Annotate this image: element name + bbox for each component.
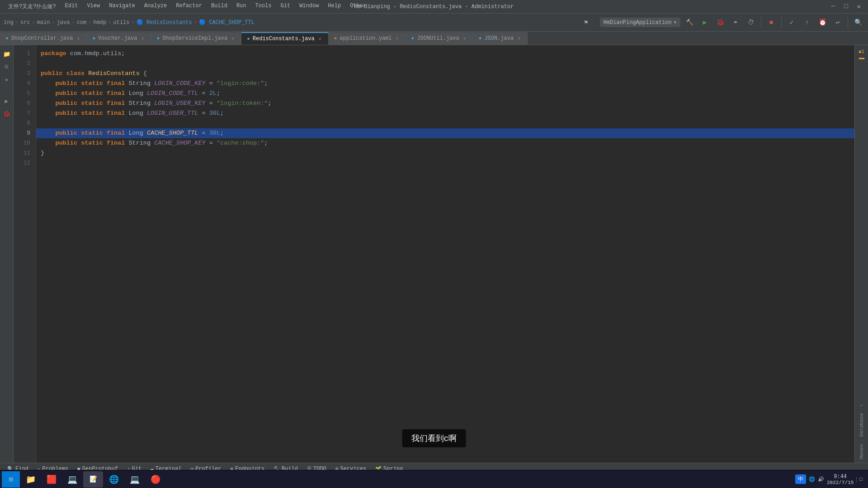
menu-build[interactable]: Build (208, 2, 231, 11)
tab-label: RedisConstants.java (253, 36, 315, 42)
title-bar-left: 文件?又走?什么做? Edit View Navigate Analyze Re… (5, 2, 370, 11)
tab-close-btn[interactable]: ✕ (317, 36, 323, 42)
tab-voucher[interactable]: ● Voucher.java ✕ (87, 32, 151, 45)
breadcrumb-field[interactable]: 🔵 CACHE_SHOP_TTL (199, 19, 255, 26)
show-desktop[interactable]: □ (856, 477, 863, 482)
build-btn[interactable]: 🔨 (683, 16, 696, 29)
taskbar-powerpoint[interactable]: 🟥 (42, 471, 61, 488)
taskbar-terminal2[interactable]: 💻 (125, 471, 145, 488)
tab-close-btn[interactable]: ✕ (516, 35, 522, 42)
menu-refactor[interactable]: Refactor (172, 2, 206, 11)
tab-applicationyaml[interactable]: ● application.yaml ✕ (329, 32, 406, 45)
menu-run[interactable]: Run (233, 2, 250, 11)
line-num-10: 10 (15, 138, 34, 148)
breadcrumb-item[interactable]: ing (4, 19, 14, 26)
editor-area[interactable]: 1 2 3 4 5 6 7 8 9 10 11 12 package com.h… (14, 45, 854, 463)
menu-git[interactable]: Git (277, 2, 294, 11)
window-controls: ─ □ ✕ (829, 2, 863, 11)
rollback-btn[interactable]: ↩ (831, 16, 844, 29)
tab-close-btn[interactable]: ✕ (395, 35, 400, 42)
close-button[interactable]: ✕ (854, 2, 863, 11)
tab-jsonutil[interactable]: ● JSONUtil.java ✕ (406, 32, 473, 45)
left-sidebar: 📁 ⊟ ★ ▶ 🐞 (0, 45, 14, 463)
minimize-button[interactable]: ─ (829, 2, 838, 11)
menu-view[interactable]: View (83, 2, 104, 11)
tab-json[interactable]: ● JSON.java ✕ (473, 32, 528, 45)
run-btn[interactable]: ▶ (698, 16, 711, 29)
profile-btn[interactable]: ⏱ (745, 16, 757, 29)
tab-redisconstants[interactable]: ● RedisConstants.java ✕ (241, 32, 328, 45)
tab-close-btn[interactable]: ✕ (230, 35, 236, 42)
tray-lang[interactable]: 中 (795, 474, 806, 484)
taskbar-idea[interactable]: 📝 (83, 471, 103, 488)
breadcrumb-main[interactable]: main (37, 19, 50, 26)
sidebar-project-icon[interactable]: 📁 (1, 49, 12, 60)
title-bar: 文件?又走?什么做? Edit View Navigate Analyze Re… (0, 0, 868, 14)
sidebar-run-icon[interactable]: ▶ (1, 96, 12, 107)
menu-navigate[interactable]: Navigate (105, 2, 139, 11)
tab-shopcontroller[interactable]: ● ShopController.java ✕ (0, 32, 87, 45)
line-num-2: 2 (15, 59, 34, 69)
tab-close-btn[interactable]: ✕ (75, 35, 81, 42)
tray-network[interactable]: 🌐 (809, 476, 815, 482)
git-update-btn[interactable]: ↑ (801, 16, 813, 29)
tab-close-btn[interactable]: ✕ (462, 35, 467, 42)
search-btn[interactable]: 🔍 (852, 16, 864, 29)
window-title: hm-dianping - RedisConstants.java - Admi… (354, 4, 514, 10)
caption-overlay: 我们看到c啊 (402, 429, 466, 447)
maven-label: Maven (858, 442, 865, 463)
menu-tools[interactable]: Tools (252, 2, 275, 11)
code-line-7: public static final Long LOGIN_USER_TTL … (36, 108, 854, 118)
code-line-10: public static final String CACHE_SHOP_KE… (36, 138, 854, 148)
code-line-11: } (36, 148, 854, 158)
tab-icon: ● (479, 36, 482, 41)
breadcrumb-hmdp[interactable]: hmdp (93, 19, 106, 26)
database-label: Database (858, 411, 865, 441)
taskbar-date: 2022/7/15 (827, 480, 854, 485)
code-line-9: public static final Long CACHE_SHOP_TTL … (36, 128, 854, 138)
taskbar-clock[interactable]: 9:44 2022/7/15 (827, 474, 854, 485)
breadcrumb-utils[interactable]: utils (113, 19, 129, 26)
toolbar: ing › src › main › java › com › hmdp › u… (0, 14, 868, 32)
tab-icon: ● (92, 36, 95, 41)
code-line-6: public static final String LOGIN_USER_KE… (36, 99, 854, 108)
stop-btn[interactable]: ■ (765, 16, 778, 29)
breadcrumb-java[interactable]: java (57, 19, 70, 26)
tab-icon: ● (247, 36, 250, 42)
start-button[interactable]: ⊞ (2, 471, 20, 488)
warning-marker (859, 58, 864, 59)
git-check-btn[interactable]: ✓ (785, 16, 798, 29)
sidebar-favorites-icon[interactable]: ★ (1, 74, 12, 85)
tray-volume[interactable]: 🔊 (818, 476, 824, 482)
menu-help[interactable]: Help (324, 2, 344, 11)
tab-close-btn[interactable]: ✕ (140, 35, 146, 42)
taskbar-cmd[interactable]: 💻 (62, 471, 82, 488)
tab-icon: ● (334, 36, 337, 41)
maximize-button[interactable]: □ (841, 2, 850, 11)
sidebar-debug-icon[interactable]: 🐞 (1, 108, 12, 119)
breadcrumb-com[interactable]: com (77, 19, 87, 26)
line-num-8: 8 (15, 118, 34, 128)
menu-window[interactable]: Window (296, 2, 322, 11)
menu-bar: 文件?又走?什么做? Edit View Navigate Analyze Re… (5, 2, 370, 11)
scroll-down[interactable]: ⌄ (860, 401, 863, 409)
menu-file[interactable]: 文件?又走?什么做? (5, 2, 60, 11)
code-line-5: public static final Long LOGIN_CODE_TTL … (36, 89, 854, 99)
taskbar-file-explorer[interactable]: 📁 (21, 471, 41, 488)
sidebar-structure-icon[interactable]: ⊟ (1, 61, 12, 72)
menu-edit[interactable]: Edit (61, 2, 82, 11)
tab-shopserviceimpl[interactable]: ● ShopServiceImpl.java ✕ (151, 32, 242, 45)
code-content[interactable]: package com.hmdp.utils; public class Red… (36, 45, 854, 463)
code-line-4: public static final String LOGIN_CODE_KE… (36, 79, 854, 89)
history-btn[interactable]: ⏰ (816, 16, 829, 29)
taskbar-chrome[interactable]: 🌐 (104, 471, 124, 488)
run-config-selector[interactable]: HmDianPingApplication ▾ (600, 18, 680, 27)
line-num-1: 1 (15, 49, 34, 59)
breadcrumb-class[interactable]: 🔵 RedisConstants (137, 19, 192, 26)
menu-analyze[interactable]: Analyze (141, 2, 170, 11)
toolbar-btn-bookmark[interactable]: ⚑ (580, 16, 593, 29)
taskbar-antivirus[interactable]: 🔴 (146, 471, 165, 488)
breadcrumb-src[interactable]: src (20, 19, 30, 26)
debug-btn[interactable]: 🐞 (714, 16, 726, 29)
run-coverage-btn[interactable]: ☂ (729, 16, 742, 29)
